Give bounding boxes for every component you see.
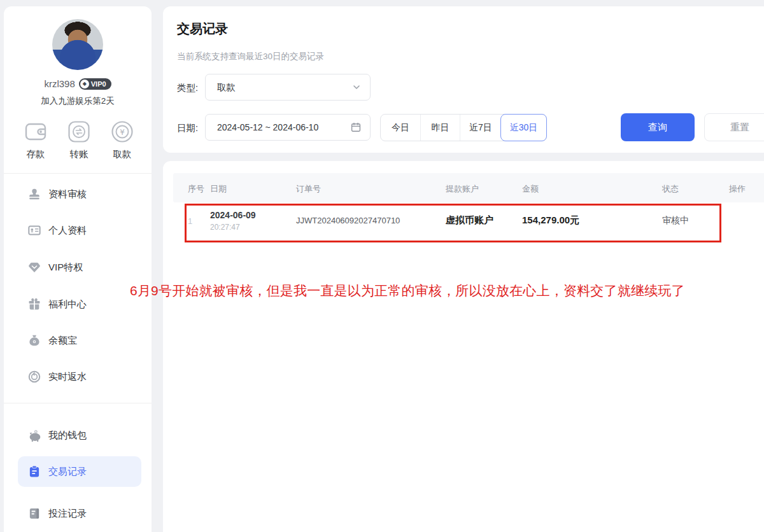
quick-actions: 存款 转账 ¥ 取款 [4,120,152,164]
reset-button[interactable]: 重置 [704,113,764,141]
rebate-icon [28,370,41,383]
calendar-icon [351,122,361,132]
sidebar-item-label: 资料审核 [48,188,87,200]
page-title: 交易记录 [177,20,228,38]
withdraw-label: 取款 [100,148,145,160]
transfer-button[interactable]: 转账 [57,120,101,160]
date-label: 日期: [177,122,198,134]
username: krzl398 [44,78,74,89]
divider [4,173,152,174]
filter-panel: 交易记录 当前系统支持查询最近30日的交易记录 类型: 取款 日期: 2024-… [163,6,764,153]
deposit-label: 存款 [13,148,58,160]
user-row: krzl398◆VIP0 [4,78,152,90]
col-actions: 操作 [729,183,746,195]
type-label: 类型: [177,82,198,94]
type-select[interactable]: 取款 [205,74,371,101]
vip-badge-label: VIP0 [91,80,106,88]
svg-text:¥: ¥ [120,128,125,137]
sidebar-item-label: 实时返水 [48,370,87,383]
sidebar-item-label: VIP特权 [48,261,83,274]
sidebar-item-label: 余额宝 [48,334,77,347]
col-amount: 金额 [522,183,539,195]
divider [4,403,152,403]
type-select-value: 取款 [217,81,236,94]
row-amount: 154,279.00元 [522,214,579,227]
sidebar-item-realtime-rebate[interactable]: 实时返水 [4,367,152,386]
withdraw-icon: ¥ [110,120,134,144]
clipboard-icon [28,465,41,478]
stamp-icon [28,188,41,200]
sidebar-item-label: 交易记录 [48,465,87,478]
table-row[interactable]: 1 2024-06-09 20:27:47 JJWT20240609202747… [173,202,764,242]
col-index: 序号 [188,183,204,195]
sidebar-item-personal-info[interactable]: 个人资料 [4,221,152,240]
sidebar-item-vip[interactable]: VIP特权 [4,258,152,277]
col-order-no: 订单号 [296,183,321,195]
sidebar-item-yuebao[interactable]: 余额宝 [4,331,152,350]
sidebar-item-transaction-records[interactable]: 交易记录 [18,456,141,487]
range-30days-button[interactable]: 近30日 [500,114,548,141]
deposit-button[interactable]: 存款 [13,120,58,160]
quick-range-group: 今日 昨日 近7日 近30日 [380,114,547,141]
sidebar-item-profile-review[interactable]: 资料审核 [4,185,152,204]
page-subtitle: 当前系统支持查询最近30日的交易记录 [177,51,324,62]
row-account: 虚拟币账户 [446,214,493,227]
vip-badge: ◆VIP0 [79,78,111,90]
transfer-icon [67,120,91,144]
row-status: 审核中 [662,215,689,227]
annotation-text: 6月9号开始就被审核，但是我一直是以为正常的审核，所以没放在心上，资料交了就继续… [130,282,685,300]
sidebar-item-label: 福利中心 [48,298,87,311]
date-range-value: 2024-05-12 ~ 2024-06-10 [217,122,318,132]
chevron-down-icon [352,83,361,92]
avatar[interactable] [52,19,103,70]
table-header: 序号 日期 订单号 提款账户 金额 状态 操作 [173,173,764,202]
col-status: 状态 [662,183,679,195]
vip-gem-icon: ◆ [80,80,89,88]
sidebar-item-label: 投注记录 [48,507,87,520]
range-7days-button[interactable]: 近7日 [460,115,501,141]
row-index: 1 [188,216,192,226]
withdraw-button[interactable]: ¥ 取款 [100,120,145,160]
piggy-bank-icon [28,429,41,442]
gem-icon [28,261,41,274]
gift-icon [28,298,41,311]
date-range-input[interactable]: 2024-05-12 ~ 2024-06-10 [205,114,371,141]
wallet-icon [24,120,48,144]
range-today-button[interactable]: 今日 [381,115,420,141]
col-account: 提款账户 [446,183,479,195]
row-order-no: JJWT202406092027470710 [296,216,400,225]
range-yesterday-button[interactable]: 昨日 [420,115,460,141]
join-days-text: 加入九游娱乐第2天 [4,95,152,107]
id-card-icon [28,224,41,237]
money-pouch-icon [28,334,41,347]
sidebar-item-betting-records[interactable]: 投注记录 [4,504,152,523]
sidebar-item-label: 个人资料 [48,224,87,237]
journal-icon [28,507,41,520]
transfer-label: 转账 [57,148,101,160]
search-button[interactable]: 查询 [621,113,695,141]
records-table-panel: 序号 日期 订单号 提款账户 金额 状态 操作 1 2024-06-09 20:… [163,161,764,532]
sidebar: krzl398◆VIP0 加入九游娱乐第2天 存款 转账 [4,6,152,532]
sidebar-item-label: 我的钱包 [48,429,87,442]
row-date: 2024-06-09 [210,210,256,220]
col-date: 日期 [210,183,227,195]
sidebar-item-my-wallet[interactable]: 我的钱包 [4,426,152,445]
row-time: 20:27:47 [210,223,240,232]
